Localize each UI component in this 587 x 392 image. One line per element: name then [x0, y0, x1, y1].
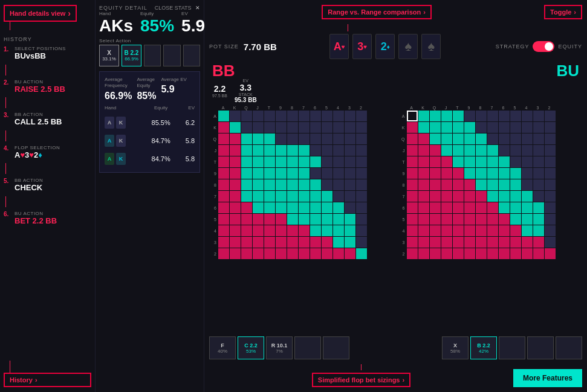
grid-cell[interactable]	[218, 111, 229, 121]
grid-cell[interactable]	[418, 168, 429, 179]
grid-cell[interactable]	[487, 145, 498, 156]
grid-cell[interactable]	[476, 225, 487, 236]
grid-cell[interactable]	[522, 214, 533, 225]
grid-cell[interactable]	[487, 122, 498, 133]
grid-cell[interactable]	[241, 133, 252, 144]
grid-cell[interactable]	[430, 248, 441, 259]
grid-cell[interactable]	[322, 122, 332, 133]
grid-cell[interactable]	[545, 237, 556, 248]
grid-cell[interactable]	[476, 133, 487, 144]
grid-cell[interactable]	[510, 145, 521, 156]
grid-cell[interactable]	[522, 225, 533, 236]
grid-cell[interactable]	[487, 133, 498, 144]
grid-cell[interactable]	[356, 237, 367, 248]
grid-cell[interactable]	[407, 145, 418, 156]
grid-cell[interactable]	[310, 111, 321, 121]
grid-cell[interactable]	[310, 145, 321, 156]
grid-cell[interactable]	[430, 145, 441, 156]
grid-cell[interactable]	[356, 168, 367, 179]
grid-cell[interactable]	[287, 168, 298, 179]
grid-cell[interactable]	[345, 179, 355, 190]
grid-cell[interactable]	[464, 214, 475, 225]
grid-cell[interactable]	[487, 179, 498, 190]
grid-cell[interactable]	[218, 214, 229, 225]
grid-cell[interactable]	[510, 122, 521, 133]
grid-cell[interactable]	[241, 111, 252, 121]
grid-cell[interactable]	[430, 202, 441, 213]
grid-cell[interactable]	[276, 156, 287, 167]
grid-cell[interactable]	[230, 122, 241, 133]
grid-cell[interactable]	[276, 168, 287, 179]
grid-cell[interactable]	[533, 225, 544, 236]
grid-cell[interactable]	[545, 179, 556, 190]
grid-cell[interactable]	[499, 145, 510, 156]
grid-cell[interactable]	[345, 214, 355, 225]
act-btn-empty4[interactable]	[527, 336, 554, 359]
grid-cell[interactable]	[464, 168, 475, 179]
grid-cell[interactable]	[310, 156, 321, 167]
grid-cell[interactable]	[310, 225, 321, 236]
grid-cell[interactable]	[230, 111, 241, 121]
grid-cell[interactable]	[287, 191, 298, 202]
grid-cell[interactable]	[322, 179, 332, 190]
grid-cell[interactable]	[287, 248, 298, 259]
grid-cell[interactable]	[230, 156, 241, 167]
grid-cell[interactable]	[487, 191, 498, 202]
grid-cell[interactable]	[253, 179, 264, 190]
grid-cell[interactable]	[299, 179, 310, 190]
grid-cell[interactable]	[356, 191, 367, 202]
grid-cell[interactable]	[418, 248, 429, 259]
grid-cell[interactable]	[345, 111, 355, 121]
grid-cell[interactable]	[499, 237, 510, 248]
grid-cell[interactable]	[230, 248, 241, 259]
grid-cell[interactable]	[476, 179, 487, 190]
grid-cell[interactable]	[276, 248, 287, 259]
grid-cell[interactable]	[499, 122, 510, 133]
grid-cell[interactable]	[487, 237, 498, 248]
grid-cell[interactable]	[356, 214, 367, 225]
grid-cell[interactable]	[356, 179, 367, 190]
grid-cell[interactable]	[430, 133, 441, 144]
grid-cell[interactable]	[522, 179, 533, 190]
grid-cell[interactable]	[533, 122, 544, 133]
grid-cell[interactable]	[322, 133, 332, 144]
grid-cell[interactable]	[476, 214, 487, 225]
grid-cell[interactable]	[430, 156, 441, 167]
grid-cell[interactable]	[487, 111, 498, 121]
grid-cell[interactable]	[333, 225, 344, 236]
grid-cell[interactable]	[453, 122, 464, 133]
action-btn-empty3[interactable]	[183, 45, 200, 66]
grid-cell[interactable]	[356, 145, 367, 156]
grid-cell[interactable]	[287, 145, 298, 156]
grid-cell[interactable]	[407, 214, 418, 225]
grid-cell[interactable]	[264, 191, 275, 202]
grid-cell[interactable]	[333, 122, 344, 133]
grid-cell[interactable]	[218, 156, 229, 167]
grid-cell[interactable]	[310, 191, 321, 202]
grid-cell[interactable]	[545, 145, 556, 156]
simplified-flop-box[interactable]: Simplified flop bet sizings ›	[312, 373, 410, 387]
grid-cell[interactable]	[345, 202, 355, 213]
grid-cell[interactable]	[418, 202, 429, 213]
grid-cell[interactable]	[253, 237, 264, 248]
grid-cell[interactable]	[345, 145, 355, 156]
grid-cell[interactable]	[430, 237, 441, 248]
grid-cell[interactable]	[310, 202, 321, 213]
grid-cell[interactable]	[522, 145, 533, 156]
grid-cell[interactable]	[241, 248, 252, 259]
grid-cell[interactable]	[333, 248, 344, 259]
grid-cell[interactable]	[545, 122, 556, 133]
grid-cell[interactable]	[441, 237, 452, 248]
grid-cell[interactable]	[287, 225, 298, 236]
close-stats-button[interactable]: CLOSE STATS ✕	[155, 5, 200, 11]
grid-cell[interactable]	[333, 133, 344, 144]
grid-cell[interactable]	[333, 214, 344, 225]
grid-cell[interactable]	[299, 145, 310, 156]
range-comparison-box[interactable]: Range vs. Range comparison ›	[322, 5, 432, 19]
act-btn-x[interactable]: X 58%	[442, 336, 469, 359]
grid-cell[interactable]	[499, 179, 510, 190]
grid-cell[interactable]	[310, 179, 321, 190]
grid-cell[interactable]	[264, 248, 275, 259]
grid-cell[interactable]	[510, 111, 521, 121]
grid-cell[interactable]	[476, 202, 487, 213]
